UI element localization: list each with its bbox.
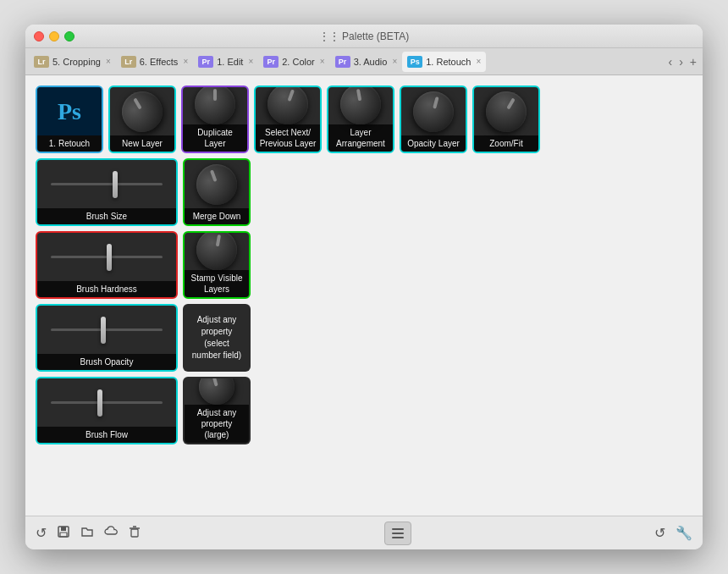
knob-layer-arrangement [337,86,384,128]
knob-select-next [262,86,314,130]
cell-brush-hardness[interactable]: Brush Hardness [36,231,178,299]
cell-zoom-fit-label: Zoom/Fit [474,135,538,152]
traffic-lights [34,31,74,41]
bottom-icons-left: ↺ [36,525,141,542]
refresh-icon[interactable]: ↺ [36,525,47,541]
trash-icon[interactable] [128,525,141,542]
sync-icon[interactable]: ↺ [654,525,665,541]
knob-duplicate-layer [195,86,235,124]
knob-area [401,87,466,135]
knob-area [183,86,247,124]
grid-row-4: Brush Opacity Adjust anyproperty (select… [36,304,692,372]
tab-pr-audio[interactable]: Pr 3. Audio × [330,52,403,72]
tab-pr-edit[interactable]: Pr 1. Edit × [193,52,258,72]
cell-brush-hardness-label: Brush Hardness [37,281,176,297]
maximize-button[interactable] [64,31,74,41]
slider-track [51,401,163,404]
knob-area [185,231,249,270]
slider-thumb [113,171,118,198]
knob-area [185,160,249,208]
minimize-button[interactable] [49,31,59,41]
cell-stamp-visible-label: Stamp VisibleLayers [185,270,249,297]
knob-area [185,377,249,405]
tab-next-button[interactable]: › [676,55,686,69]
cell-layer-arrangement-label: LayerArrangement [328,124,393,152]
slider-thumb [101,317,106,344]
cell-merge-down-label: Merge Down [185,208,249,224]
cloud-icon[interactable] [104,525,118,542]
cell-brush-opacity-label: Brush Opacity [37,354,176,370]
tab-prev-button[interactable]: ‹ [665,55,675,69]
menu-button[interactable] [384,522,411,545]
cell-brush-size[interactable]: Brush Size [36,158,178,226]
main-window: ⋮⋮ Palette (BETA) Lr 5. Cropping × Lr 6.… [25,25,703,549]
cell-zoom-fit[interactable]: Zoom/Fit [472,86,540,153]
svg-rect-8 [392,537,404,538]
tab-close-icon[interactable]: × [106,57,111,66]
tab-label: 6. Effects [140,57,179,67]
tab-close-icon[interactable]: × [476,57,481,66]
cell-new-layer-label: New Layer [110,135,174,152]
ps-logo-text: Ps [58,98,81,125]
pr-icon: Pr [198,56,213,68]
knob-area [328,86,393,124]
cell-ps-label: 1. Retouch [37,135,102,152]
cell-layer-arrangement[interactable]: LayerArrangement [327,86,394,153]
cell-opacity-layer[interactable]: Opacity Layer [400,86,467,153]
pr-icon: Pr [263,56,279,68]
cell-duplicate-layer[interactable]: Duplicate Layer [181,86,249,153]
cell-ps-retouch[interactable]: Ps 1. Retouch [36,86,103,153]
svg-rect-6 [392,528,404,530]
slider-thumb [97,389,102,417]
ps-icon: Ps [407,56,422,68]
save-icon[interactable] [57,525,70,542]
grid-row-3: Brush Hardness Stamp VisibleLayers [36,231,692,299]
cell-select-next[interactable]: Select Next/Previous Layer [254,86,322,153]
bottom-icons-right: ↺ 🔧 [654,525,692,541]
slider-track [51,328,163,331]
settings-icon[interactable]: 🔧 [676,525,692,541]
text-area: Adjust anyproperty (selectnumber field) [185,306,249,370]
svg-rect-3 [131,529,138,537]
grid-row-2: Brush Size Merge Down [36,158,692,226]
lr-icon: Lr [121,56,136,68]
tab-label: 1. Retouch [426,57,471,67]
titlebar: ⋮⋮ Palette (BETA) [25,25,703,48]
knob-area [256,86,320,124]
tabs-bar: Lr 5. Cropping × Lr 6. Effects × Pr 1. E… [25,48,703,75]
grid-row-5: Brush Flow Adjust anyproperty (large) [36,377,692,444]
tab-close-icon[interactable]: × [320,57,325,66]
cell-new-layer[interactable]: New Layer [108,86,176,153]
tab-ps-retouch[interactable]: Ps 1. Retouch × [402,52,486,72]
cell-duplicate-layer-label: Duplicate Layer [183,124,247,152]
tab-add-button[interactable]: + [687,55,699,69]
cell-adjust-small[interactable]: Adjust anyproperty (selectnumber field) [183,304,251,372]
close-button[interactable] [34,31,44,41]
tab-lr-effects[interactable]: Lr 6. Effects × [116,52,194,72]
content-area: Ps 1. Retouch New Layer Duplicate Layer [25,75,703,516]
lr-icon: Lr [34,56,49,68]
slider-track [51,183,163,185]
cell-select-next-label: Select Next/Previous Layer [256,124,320,152]
tab-close-icon[interactable]: × [248,57,253,66]
pr-icon: Pr [335,56,350,68]
tab-close-icon[interactable]: × [392,57,397,66]
knob-area [110,87,174,135]
tab-close-icon[interactable]: × [183,57,188,66]
cell-stamp-visible[interactable]: Stamp VisibleLayers [183,231,251,299]
cell-merge-down[interactable]: Merge Down [183,158,251,226]
folder-open-icon[interactable] [80,525,94,542]
knob-opacity-layer [409,86,459,136]
cell-brush-opacity[interactable]: Brush Opacity [36,304,178,372]
knob-zoom-fit [478,86,534,139]
slider-area [37,233,176,281]
cell-brush-flow-label: Brush Flow [37,427,176,443]
knob-new-layer [114,86,170,139]
tab-pr-color[interactable]: Pr 2. Color × [258,52,329,72]
slider-area [37,160,176,208]
knob-stamp-visible [193,231,240,273]
cell-opacity-layer-label: Opacity Layer [401,135,466,152]
cell-adjust-large[interactable]: Adjust anyproperty (large) [183,377,251,444]
tab-lr-cropping[interactable]: Lr 5. Cropping × [29,52,116,72]
cell-brush-flow[interactable]: Brush Flow [36,377,178,444]
